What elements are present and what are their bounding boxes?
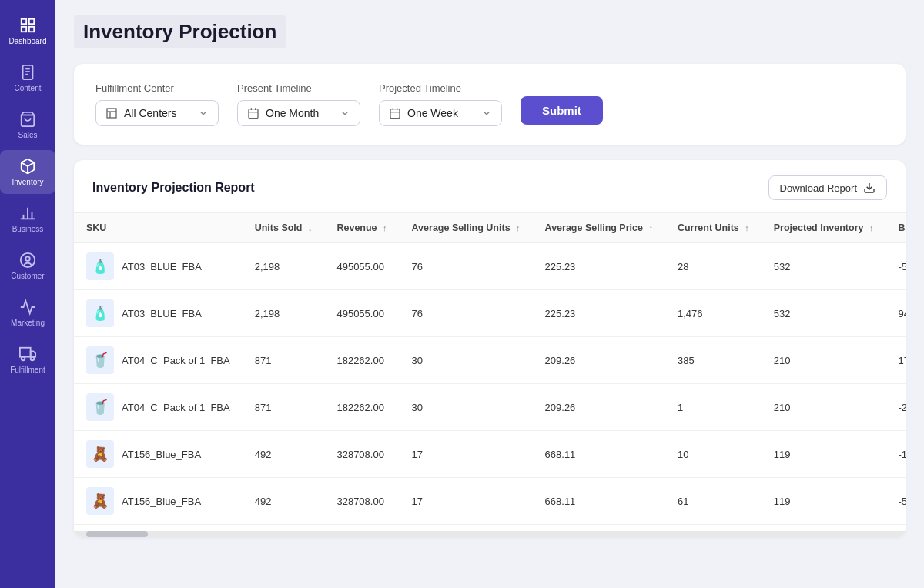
- fulfillment-center-label: Fulfillment Center: [95, 82, 219, 94]
- sidebar-item-marketing[interactable]: Marketing: [0, 291, 55, 335]
- cell-current-units: 1: [665, 384, 762, 431]
- main-content: Inventory Projection Fulfillment Center …: [55, 0, 924, 588]
- svg-rect-2: [22, 27, 26, 32]
- cell-units-sold: 2,198: [243, 243, 325, 290]
- cell-revenue: 328708.00: [324, 431, 399, 478]
- present-timeline-select[interactable]: One Month: [237, 100, 360, 126]
- calendar-icon: [247, 107, 259, 119]
- table-header-row: SKU Units Sold ↓ Revenue ↑ Average Selli…: [74, 213, 906, 243]
- svg-point-19: [31, 357, 35, 361]
- col-avg-selling-units[interactable]: Average Selling Units ↑: [400, 213, 533, 243]
- col-sku[interactable]: SKU: [74, 213, 243, 243]
- filter-card: Fulfillment Center All Centers Present T…: [74, 64, 906, 145]
- col-revenue[interactable]: Revenue ↑: [324, 213, 399, 243]
- chevron-down-icon-2: [340, 108, 350, 119]
- sidebar-label-sales: Sales: [18, 131, 37, 139]
- cell-projected-inventory: 210: [762, 337, 886, 384]
- download-button[interactable]: Download Report: [768, 175, 887, 200]
- product-thumbnail: 🧸: [86, 440, 114, 468]
- cell-revenue: 182262.00: [324, 384, 399, 431]
- svg-rect-1: [29, 19, 34, 24]
- cell-sku: 🥤 AT04_C_Pack of 1_FBA: [74, 384, 243, 431]
- fulfillment-center-group: Fulfillment Center All Centers: [95, 82, 219, 126]
- col-current-units[interactable]: Current Units ↑: [665, 213, 762, 243]
- cell-balance-inventory: -504: [886, 243, 906, 290]
- sidebar-item-content[interactable]: Content: [0, 56, 55, 100]
- sidebar-label-marketing: Marketing: [11, 319, 45, 327]
- sidebar-item-fulfillment[interactable]: Fulfillment: [0, 338, 55, 382]
- sidebar-item-customer[interactable]: Customer: [0, 244, 55, 288]
- cell-avg-selling-price: 668.11: [533, 478, 665, 525]
- horizontal-scrollbar[interactable]: [74, 531, 906, 537]
- cell-units-sold: 871: [243, 337, 325, 384]
- page-title: Inventory Projection: [74, 15, 286, 48]
- grid-icon: [19, 17, 36, 34]
- megaphone-icon: [19, 299, 36, 316]
- sku-value: AT03_BLUE_FBA: [122, 261, 202, 272]
- calendar-icon-2: [389, 107, 401, 119]
- cell-avg-selling-units: 76: [400, 290, 533, 337]
- svg-marker-17: [31, 351, 35, 356]
- table-row: 🥤 AT04_C_Pack of 1_FBA 871 182262.00 30 …: [74, 384, 906, 431]
- cell-projected-inventory: 532: [762, 243, 886, 290]
- cell-sku: 🧸 AT156_Blue_FBA: [74, 478, 243, 525]
- cell-sku: 🧴 AT03_BLUE_FBA: [74, 290, 243, 337]
- sidebar-item-sales[interactable]: Sales: [0, 103, 55, 147]
- product-thumbnail: 🧴: [86, 299, 114, 327]
- svg-rect-0: [22, 19, 26, 24]
- cell-projected-inventory: 532: [762, 290, 886, 337]
- customer-icon: [19, 252, 36, 269]
- sidebar-label-fulfillment: Fulfillment: [10, 366, 45, 374]
- cell-sku: 🧴 AT03_BLUE_FBA: [74, 243, 243, 290]
- table-row: 🥤 AT04_C_Pack of 1_FBA 871 182262.00 30 …: [74, 337, 906, 384]
- chevron-down-icon-3: [481, 108, 492, 119]
- sidebar-item-dashboard[interactable]: Dashboard: [0, 9, 55, 53]
- cell-avg-selling-price: 209.26: [533, 337, 665, 384]
- table-row: 🧸 AT156_Blue_FBA 492 328708.00 17 668.11…: [74, 478, 906, 525]
- svg-point-15: [25, 256, 30, 261]
- product-thumbnail: 🥤: [86, 346, 114, 374]
- sidebar-label-inventory: Inventory: [12, 178, 43, 186]
- cell-units-sold: 492: [243, 431, 325, 478]
- cell-avg-selling-units: 30: [400, 384, 533, 431]
- table-row: 🧴 AT03_BLUE_FBA 2,198 495055.00 76 225.2…: [74, 290, 906, 337]
- sidebar-label-content: Content: [14, 84, 41, 92]
- col-units-sold[interactable]: Units Sold ↓: [243, 213, 325, 243]
- cell-balance-inventory: 175: [886, 337, 906, 384]
- cell-units-sold: 492: [243, 478, 325, 525]
- sidebar-item-business[interactable]: Business: [0, 197, 55, 241]
- scrollbar-thumb[interactable]: [86, 531, 148, 537]
- projected-timeline-select[interactable]: One Week: [379, 100, 502, 126]
- cell-avg-selling-price: 225.23: [533, 243, 665, 290]
- sku-value: AT04_C_Pack of 1_FBA: [122, 402, 230, 413]
- cell-units-sold: 2,198: [243, 290, 325, 337]
- sidebar-label-dashboard: Dashboard: [9, 37, 47, 45]
- report-card: Inventory Projection Report Download Rep…: [74, 160, 906, 537]
- chevron-down-icon: [198, 108, 209, 119]
- sidebar-label-business: Business: [12, 225, 44, 233]
- projected-timeline-value: One Week: [407, 107, 458, 119]
- present-timeline-group: Present Timeline One Month: [237, 82, 360, 126]
- fulfillment-center-value: All Centers: [124, 107, 176, 119]
- svg-rect-20: [107, 109, 116, 118]
- projected-timeline-group: Projected Timeline One Week: [379, 82, 502, 126]
- box-icon: [19, 158, 36, 175]
- fulfillment-center-select[interactable]: All Centers: [95, 100, 219, 126]
- col-balance-inventory[interactable]: Balance Inventory ↑: [886, 213, 906, 243]
- cart-icon: [19, 111, 36, 128]
- cell-revenue: 495055.00: [324, 243, 399, 290]
- cell-avg-selling-units: 76: [400, 243, 533, 290]
- truck-icon: [19, 346, 36, 362]
- cell-balance-inventory: -209: [886, 384, 906, 431]
- col-projected-inventory[interactable]: Projected Inventory ↑: [762, 213, 886, 243]
- file-icon: [19, 64, 36, 81]
- svg-rect-3: [29, 27, 34, 32]
- submit-button[interactable]: Submit: [521, 96, 603, 125]
- report-header: Inventory Projection Report Download Rep…: [74, 175, 906, 212]
- cell-avg-selling-price: 668.11: [533, 431, 665, 478]
- col-avg-selling-price[interactable]: Average Selling Price ↑: [533, 213, 665, 243]
- present-timeline-value: One Month: [266, 107, 319, 119]
- product-thumbnail: 🧴: [86, 252, 114, 280]
- sidebar-item-inventory[interactable]: Inventory: [0, 150, 55, 194]
- cell-current-units: 10: [665, 431, 762, 478]
